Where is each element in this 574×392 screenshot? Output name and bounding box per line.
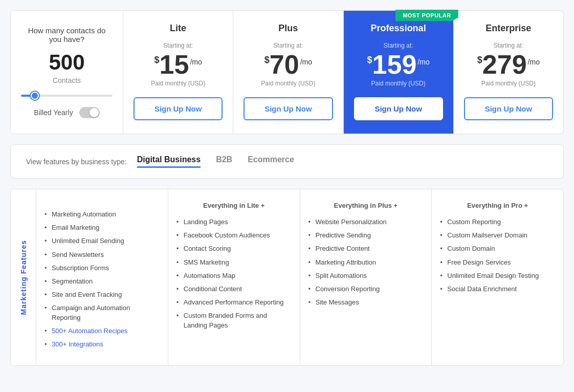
lite-price-mo: /mo xyxy=(190,58,202,66)
enterprise-signup-button[interactable]: Sign Up Now xyxy=(464,97,553,120)
automation-recipes-link[interactable]: 500+ Automation Recipes xyxy=(52,327,128,335)
list-item: Contact Scoring xyxy=(176,244,292,253)
list-item: 500+ Automation Recipes xyxy=(45,326,160,336)
list-item: Social Data Enrichment xyxy=(440,285,555,294)
list-item: Website Personalization xyxy=(308,217,424,227)
list-item: Automations Map xyxy=(176,271,292,280)
most-popular-badge: MOST POPULAR xyxy=(395,10,458,21)
list-item: Conversion Reporting xyxy=(308,285,424,294)
list-item: Custom Branded Forms and Landing Pages xyxy=(176,311,292,330)
list-item: 300+ Integrations xyxy=(45,340,160,349)
plus-price-amount: 70 xyxy=(270,51,299,78)
professional-price-mo: /mo xyxy=(417,58,429,66)
list-item: Segmentation xyxy=(45,277,160,286)
plus-feature-title: Everything in Lite + xyxy=(176,202,292,209)
marketing-features-label: Marketing Features xyxy=(19,240,28,315)
enterprise-plan-name: Enterprise xyxy=(485,23,531,34)
plan-lite: Lite Starting at: $ 15 /mo Paid monthly … xyxy=(123,11,233,134)
list-item: Custom Mailserver Domain xyxy=(440,231,555,240)
professional-price-row: $ 159 /mo xyxy=(367,51,430,78)
billed-yearly-toggle[interactable] xyxy=(79,107,100,118)
enterprise-price-dollar: $ xyxy=(477,55,482,64)
enterprise-feature-list: Custom Reporting Custom Mailserver Domai… xyxy=(440,217,555,294)
plus-feature-list: Landing Pages Facebook Custom Audiences … xyxy=(176,217,292,330)
contact-count: 500 xyxy=(49,52,84,73)
professional-feature-title: Everything in Plus + xyxy=(308,202,424,209)
plan-professional: MOST POPULAR Professional Starting at: $… xyxy=(344,11,454,134)
enterprise-price-mo: /mo xyxy=(528,58,540,66)
list-item: Unlimited Email Design Testing xyxy=(440,271,555,280)
list-item: Conditional Content xyxy=(176,285,292,294)
pricing-top: How many contacts do you have? 500 Conta… xyxy=(10,10,564,134)
list-item: Facebook Custom Audiences xyxy=(176,231,292,240)
professional-paid-monthly: Paid monthly (USD) xyxy=(371,80,426,87)
features-table: Marketing Features Marketing Automation … xyxy=(11,189,563,365)
list-item: Predictive Sending xyxy=(308,231,424,240)
plan-enterprise: Enterprise Starting at: $ 279 /mo Paid m… xyxy=(454,11,563,134)
view-features-label: View features by business type: xyxy=(26,158,127,166)
list-item: Marketing Automation xyxy=(45,210,160,219)
list-item: Campaign and Automation Reporting xyxy=(45,303,160,322)
professional-signup-button[interactable]: Sign Up Now xyxy=(354,97,443,120)
plan-plus: Plus Starting at: $ 70 /mo Paid monthly … xyxy=(233,11,343,134)
tab-ecommerce[interactable]: Ecommerce xyxy=(248,155,294,168)
billed-yearly-label: Billed Yearly xyxy=(34,108,73,117)
list-item: SMS Marketing xyxy=(176,258,292,267)
list-item: Free Design Services xyxy=(440,258,555,267)
feature-col-professional: Everything in Plus + Website Personaliza… xyxy=(300,189,432,365)
contacts-question: How many contacts do you have? xyxy=(21,26,113,43)
tab-b2b[interactable]: B2B xyxy=(216,155,232,168)
list-item: Split Automations xyxy=(308,271,424,280)
lite-plan-name: Lite xyxy=(170,23,186,34)
feature-label-col: Marketing Features xyxy=(11,189,36,365)
plus-starting-at: Starting at: xyxy=(273,42,303,49)
lite-paid-monthly: Paid monthly (USD) xyxy=(151,80,205,87)
feature-col-enterprise: Everything in Pro + Custom Reporting Cus… xyxy=(432,189,563,365)
list-item: Site Messages xyxy=(308,298,424,307)
list-item: Custom Reporting xyxy=(440,217,555,227)
contacts-slider-wrapper[interactable] xyxy=(21,93,113,99)
features-section: Marketing Features Marketing Automation … xyxy=(10,189,564,366)
lite-starting-at: Starting at: xyxy=(163,42,193,49)
business-tabs: Digital Business B2B Ecommerce xyxy=(137,155,294,168)
billed-yearly-row: Billed Yearly xyxy=(34,107,99,118)
tab-digital-business[interactable]: Digital Business xyxy=(137,155,201,168)
lite-price-row: $ 15 /mo xyxy=(154,51,202,78)
list-item: Send Newsletters xyxy=(45,250,160,259)
enterprise-price-row: $ 279 /mo xyxy=(477,51,540,78)
plus-paid-monthly: Paid monthly (USD) xyxy=(261,80,315,87)
professional-price-dollar: $ xyxy=(367,55,372,64)
integrations-link[interactable]: 300+ Integrations xyxy=(52,340,103,348)
plus-price-mo: /mo xyxy=(300,58,312,66)
professional-plan-name: Professional xyxy=(371,23,426,34)
lite-price-amount: 15 xyxy=(160,51,189,78)
business-type-section: View features by business type: Digital … xyxy=(10,144,564,179)
enterprise-price-amount: 279 xyxy=(482,51,527,78)
professional-starting-at: Starting at: xyxy=(384,42,413,49)
slider-track xyxy=(21,95,113,97)
enterprise-paid-monthly: Paid monthly (USD) xyxy=(481,80,536,87)
list-item: Site and Event Tracking xyxy=(45,290,160,299)
lite-feature-list: Marketing Automation Email Marketing Unl… xyxy=(45,210,160,349)
list-item: Advanced Performance Reporting xyxy=(176,298,292,307)
contact-label: Contacts xyxy=(53,76,81,84)
list-item: Marketing Attribution xyxy=(308,258,424,267)
left-panel: How many contacts do you have? 500 Conta… xyxy=(11,11,123,134)
slider-thumb xyxy=(31,92,39,100)
professional-price-amount: 159 xyxy=(372,51,417,78)
plus-price-row: $ 70 /mo xyxy=(264,51,312,78)
lite-signup-button[interactable]: Sign Up Now xyxy=(134,97,223,120)
page-wrapper: How many contacts do you have? 500 Conta… xyxy=(0,0,574,376)
list-item: Email Marketing xyxy=(45,223,160,232)
professional-feature-list: Website Personalization Predictive Sendi… xyxy=(308,217,424,307)
feature-col-lite: Marketing Automation Email Marketing Unl… xyxy=(36,189,168,365)
list-item: Predictive Content xyxy=(308,244,424,253)
list-item: Unlimited Email Sending xyxy=(45,236,160,246)
list-item: Subscription Forms xyxy=(45,264,160,273)
enterprise-starting-at: Starting at: xyxy=(494,42,523,49)
plus-signup-button[interactable]: Sign Up Now xyxy=(244,97,333,120)
lite-price-dollar: $ xyxy=(154,55,160,64)
feature-col-plus: Everything in Lite + Landing Pages Faceb… xyxy=(168,189,300,365)
plus-plan-name: Plus xyxy=(278,23,298,34)
plus-price-dollar: $ xyxy=(264,55,270,64)
